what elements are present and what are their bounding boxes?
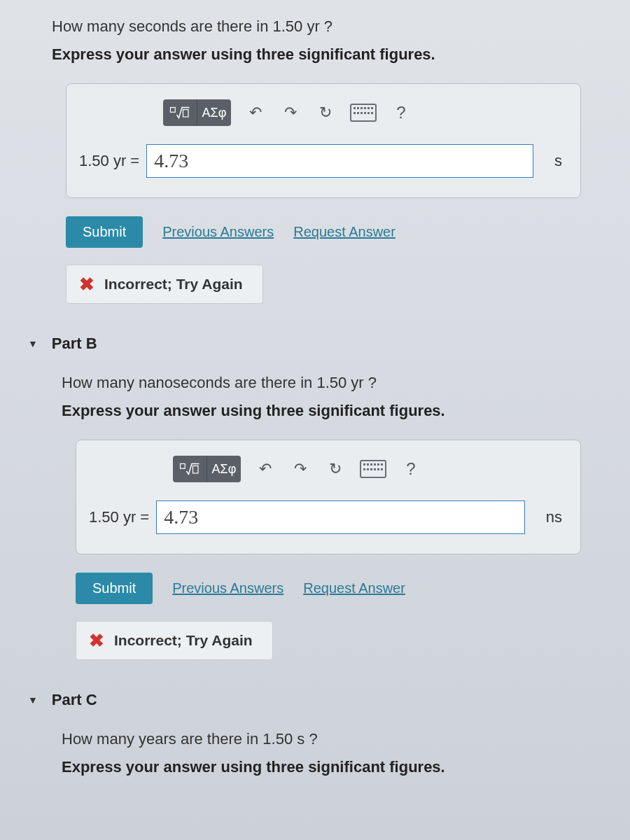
partC-title: Part C: [52, 691, 97, 709]
partB-answer-panel: ΑΣφ ↶ ↷ ↻ ? 1.50 yr = ns: [76, 440, 581, 554]
symbols-button[interactable]: ΑΣφ: [197, 99, 231, 126]
reset-icon[interactable]: ↻: [325, 458, 346, 479]
keyboard-icon[interactable]: [360, 460, 386, 478]
redo-icon[interactable]: ↷: [290, 458, 311, 479]
partA-instruction: Express your answer using three signific…: [52, 46, 588, 64]
partB-question: How many nanoseconds are there in 1.50 y…: [62, 374, 588, 392]
partC-instruction: Express your answer using three signific…: [62, 758, 588, 776]
svg-rect-1: [183, 110, 189, 118]
sqrt-icon: [179, 461, 200, 477]
submit-button[interactable]: Submit: [76, 573, 153, 604]
svg-rect-3: [193, 466, 199, 474]
partB-header[interactable]: ▼ Part B: [28, 335, 588, 353]
partA-question: How many seconds are there in 1.50 yr ?: [52, 18, 588, 36]
equation-tools-group: ΑΣφ: [173, 456, 241, 482]
equation-tools-group: ΑΣφ: [163, 99, 231, 126]
feedback-box: ✖ Incorrect; Try Again: [66, 265, 263, 304]
help-icon[interactable]: ?: [400, 458, 421, 479]
unit-label: s: [554, 152, 562, 170]
incorrect-icon: ✖: [79, 275, 94, 293]
redo-icon[interactable]: ↷: [280, 102, 301, 123]
feedback-text: Incorrect; Try Again: [114, 632, 253, 649]
feedback-text: Incorrect; Try Again: [104, 276, 243, 293]
answer-input[interactable]: [146, 144, 533, 178]
partB-title: Part B: [52, 335, 97, 353]
partB-instruction: Express your answer using three signific…: [62, 402, 588, 420]
sqrt-icon: [169, 105, 190, 120]
chevron-down-icon: ▼: [28, 694, 38, 706]
reset-icon[interactable]: ↻: [315, 102, 336, 123]
chevron-down-icon: ▼: [28, 338, 38, 349]
feedback-box: ✖ Incorrect; Try Again: [76, 621, 273, 660]
request-answer-link[interactable]: Request Answer: [303, 580, 405, 596]
request-answer-link[interactable]: Request Answer: [293, 224, 396, 240]
incorrect-icon: ✖: [89, 631, 104, 650]
partC-question: How many years are there in 1.50 s ?: [62, 730, 588, 748]
undo-icon[interactable]: ↶: [255, 458, 276, 479]
partA-answer-panel: ΑΣφ ↶ ↷ ↻ ? 1.50 yr = s: [66, 83, 581, 198]
templates-button[interactable]: [173, 456, 207, 482]
previous-answers-link[interactable]: Previous Answers: [172, 580, 284, 596]
submit-button[interactable]: Submit: [66, 216, 143, 248]
partC-header[interactable]: ▼ Part C: [28, 691, 588, 709]
previous-answers-link[interactable]: Previous Answers: [162, 224, 274, 240]
answer-input[interactable]: [156, 500, 525, 534]
equation-label: 1.50 yr =: [89, 508, 149, 526]
keyboard-icon[interactable]: [350, 104, 377, 122]
partB-toolbar: ΑΣφ ↶ ↷ ↻ ?: [173, 456, 562, 482]
symbols-button[interactable]: ΑΣφ: [207, 456, 241, 482]
partA-toolbar: ΑΣφ ↶ ↷ ↻ ?: [163, 99, 562, 126]
help-icon[interactable]: ?: [391, 102, 412, 123]
equation-label: 1.50 yr =: [79, 152, 139, 170]
undo-icon[interactable]: ↶: [245, 102, 266, 123]
unit-label: ns: [546, 508, 562, 526]
svg-rect-2: [181, 464, 186, 469]
svg-rect-0: [171, 108, 176, 113]
templates-button[interactable]: [163, 99, 197, 126]
